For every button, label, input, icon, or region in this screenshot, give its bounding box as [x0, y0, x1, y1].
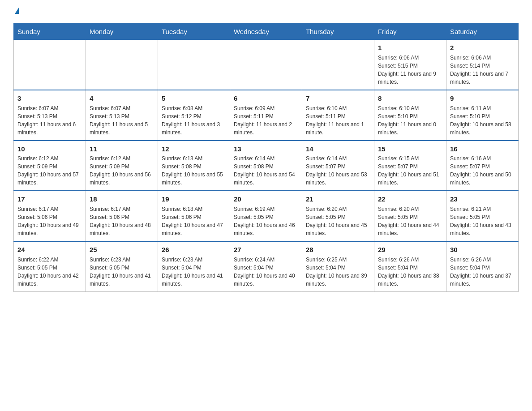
calendar-cell: 17Sunrise: 6:17 AM Sunset: 5:06 PM Dayli…	[14, 191, 86, 241]
calendar-cell: 30Sunrise: 6:26 AM Sunset: 5:04 PM Dayli…	[446, 241, 518, 291]
day-info: Sunrise: 6:16 AM Sunset: 5:07 PM Dayligh…	[450, 154, 515, 187]
day-info: Sunrise: 6:23 AM Sunset: 5:04 PM Dayligh…	[162, 256, 226, 288]
calendar-row-1: 1Sunrise: 6:06 AM Sunset: 5:15 PM Daylig…	[14, 40, 519, 90]
calendar-cell: 20Sunrise: 6:19 AM Sunset: 5:05 PM Dayli…	[230, 191, 302, 241]
day-number: 8	[378, 94, 442, 103]
day-number: 18	[90, 194, 154, 204]
calendar-cell	[14, 40, 86, 90]
day-number: 5	[162, 94, 226, 103]
calendar-cell: 8Sunrise: 6:10 AM Sunset: 5:10 PM Daylig…	[374, 90, 446, 141]
calendar-cell: 19Sunrise: 6:18 AM Sunset: 5:06 PM Dayli…	[158, 191, 230, 241]
calendar-cell	[302, 40, 374, 90]
day-number: 20	[234, 194, 298, 204]
calendar-cell: 10Sunrise: 6:12 AM Sunset: 5:09 PM Dayli…	[14, 141, 86, 191]
day-info: Sunrise: 6:19 AM Sunset: 5:05 PM Dayligh…	[234, 205, 298, 237]
calendar-cell: 16Sunrise: 6:16 AM Sunset: 5:07 PM Dayli…	[446, 141, 518, 191]
calendar-cell: 9Sunrise: 6:11 AM Sunset: 5:10 PM Daylig…	[446, 90, 518, 141]
day-info: Sunrise: 6:10 AM Sunset: 5:10 PM Dayligh…	[378, 104, 442, 137]
weekday-header-tuesday: Tuesday	[158, 24, 230, 40]
day-number: 4	[90, 94, 154, 103]
day-number: 23	[450, 194, 515, 204]
calendar-header: SundayMondayTuesdayWednesdayThursdayFrid…	[14, 24, 519, 40]
weekday-header-sunday: Sunday	[14, 24, 86, 40]
weekday-header-monday: Monday	[86, 24, 158, 40]
calendar-cell: 14Sunrise: 6:14 AM Sunset: 5:07 PM Dayli…	[302, 141, 374, 191]
calendar-cell: 28Sunrise: 6:25 AM Sunset: 5:04 PM Dayli…	[302, 241, 374, 291]
day-info: Sunrise: 6:14 AM Sunset: 5:08 PM Dayligh…	[234, 154, 298, 187]
day-number: 11	[90, 144, 154, 154]
day-info: Sunrise: 6:10 AM Sunset: 5:11 PM Dayligh…	[306, 104, 370, 137]
day-number: 6	[234, 94, 298, 103]
weekday-header-row: SundayMondayTuesdayWednesdayThursdayFrid…	[14, 24, 519, 40]
calendar-cell	[158, 40, 230, 90]
calendar-cell: 26Sunrise: 6:23 AM Sunset: 5:04 PM Dayli…	[158, 241, 230, 291]
day-number: 2	[450, 43, 515, 53]
day-info: Sunrise: 6:13 AM Sunset: 5:08 PM Dayligh…	[162, 154, 226, 187]
day-number: 25	[90, 245, 154, 255]
day-info: Sunrise: 6:11 AM Sunset: 5:10 PM Dayligh…	[450, 104, 515, 137]
calendar-cell	[230, 40, 302, 90]
day-number: 16	[450, 144, 515, 154]
weekday-header-saturday: Saturday	[446, 24, 518, 40]
day-info: Sunrise: 6:06 AM Sunset: 5:14 PM Dayligh…	[450, 54, 515, 86]
day-number: 27	[234, 245, 298, 255]
day-info: Sunrise: 6:07 AM Sunset: 5:13 PM Dayligh…	[17, 104, 82, 137]
day-info: Sunrise: 6:24 AM Sunset: 5:04 PM Dayligh…	[234, 256, 298, 288]
calendar-cell: 1Sunrise: 6:06 AM Sunset: 5:15 PM Daylig…	[374, 40, 446, 90]
calendar-cell: 23Sunrise: 6:21 AM Sunset: 5:05 PM Dayli…	[446, 191, 518, 241]
day-info: Sunrise: 6:06 AM Sunset: 5:15 PM Dayligh…	[378, 54, 442, 86]
day-number: 22	[378, 194, 442, 204]
calendar-cell: 27Sunrise: 6:24 AM Sunset: 5:04 PM Dayli…	[230, 241, 302, 291]
day-number: 28	[306, 245, 370, 255]
logo	[13, 9, 19, 15]
calendar-body: 1Sunrise: 6:06 AM Sunset: 5:15 PM Daylig…	[14, 40, 519, 292]
day-number: 12	[162, 144, 226, 154]
page-header	[13, 9, 519, 15]
calendar-cell: 21Sunrise: 6:20 AM Sunset: 5:05 PM Dayli…	[302, 191, 374, 241]
day-number: 9	[450, 94, 515, 103]
day-info: Sunrise: 6:23 AM Sunset: 5:05 PM Dayligh…	[90, 256, 154, 288]
day-info: Sunrise: 6:26 AM Sunset: 5:04 PM Dayligh…	[378, 256, 442, 288]
day-info: Sunrise: 6:20 AM Sunset: 5:05 PM Dayligh…	[378, 205, 442, 237]
day-number: 29	[378, 245, 442, 255]
calendar-cell: 25Sunrise: 6:23 AM Sunset: 5:05 PM Dayli…	[86, 241, 158, 291]
calendar-cell: 24Sunrise: 6:22 AM Sunset: 5:05 PM Dayli…	[14, 241, 86, 291]
day-number: 14	[306, 144, 370, 154]
day-number: 24	[17, 245, 82, 255]
day-info: Sunrise: 6:08 AM Sunset: 5:12 PM Dayligh…	[162, 104, 226, 137]
calendar-cell: 18Sunrise: 6:17 AM Sunset: 5:06 PM Dayli…	[86, 191, 158, 241]
day-info: Sunrise: 6:21 AM Sunset: 5:05 PM Dayligh…	[450, 205, 515, 237]
day-info: Sunrise: 6:17 AM Sunset: 5:06 PM Dayligh…	[17, 205, 82, 237]
calendar-cell: 2Sunrise: 6:06 AM Sunset: 5:14 PM Daylig…	[446, 40, 518, 90]
logo-triangle-icon	[15, 8, 19, 14]
day-number: 1	[378, 43, 442, 53]
calendar-cell: 6Sunrise: 6:09 AM Sunset: 5:11 PM Daylig…	[230, 90, 302, 141]
calendar-cell: 13Sunrise: 6:14 AM Sunset: 5:08 PM Dayli…	[230, 141, 302, 191]
calendar-cell: 5Sunrise: 6:08 AM Sunset: 5:12 PM Daylig…	[158, 90, 230, 141]
calendar-cell: 11Sunrise: 6:12 AM Sunset: 5:09 PM Dayli…	[86, 141, 158, 191]
day-info: Sunrise: 6:12 AM Sunset: 5:09 PM Dayligh…	[17, 154, 82, 187]
weekday-header-wednesday: Wednesday	[230, 24, 302, 40]
calendar-row-4: 17Sunrise: 6:17 AM Sunset: 5:06 PM Dayli…	[14, 191, 519, 241]
day-info: Sunrise: 6:14 AM Sunset: 5:07 PM Dayligh…	[306, 154, 370, 187]
day-info: Sunrise: 6:22 AM Sunset: 5:05 PM Dayligh…	[17, 256, 82, 288]
day-number: 26	[162, 245, 226, 255]
day-info: Sunrise: 6:20 AM Sunset: 5:05 PM Dayligh…	[306, 205, 370, 237]
weekday-header-friday: Friday	[374, 24, 446, 40]
calendar-row-2: 3Sunrise: 6:07 AM Sunset: 5:13 PM Daylig…	[14, 90, 519, 141]
day-number: 3	[17, 94, 82, 103]
day-number: 17	[17, 194, 82, 204]
day-info: Sunrise: 6:09 AM Sunset: 5:11 PM Dayligh…	[234, 104, 298, 137]
day-number: 21	[306, 194, 370, 204]
calendar-cell: 29Sunrise: 6:26 AM Sunset: 5:04 PM Dayli…	[374, 241, 446, 291]
day-number: 30	[450, 245, 515, 255]
calendar-cell: 22Sunrise: 6:20 AM Sunset: 5:05 PM Dayli…	[374, 191, 446, 241]
day-info: Sunrise: 6:15 AM Sunset: 5:07 PM Dayligh…	[378, 154, 442, 187]
day-info: Sunrise: 6:26 AM Sunset: 5:04 PM Dayligh…	[450, 256, 515, 288]
day-number: 10	[17, 144, 82, 154]
calendar-cell	[86, 40, 158, 90]
weekday-header-thursday: Thursday	[302, 24, 374, 40]
calendar-cell: 15Sunrise: 6:15 AM Sunset: 5:07 PM Dayli…	[374, 141, 446, 191]
day-number: 13	[234, 144, 298, 154]
calendar-row-3: 10Sunrise: 6:12 AM Sunset: 5:09 PM Dayli…	[14, 141, 519, 191]
